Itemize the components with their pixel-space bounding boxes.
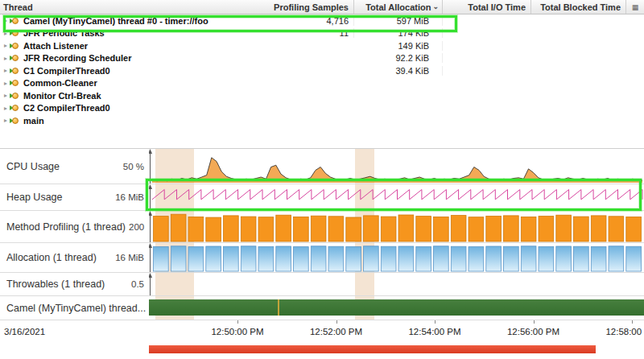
thread-cell: ▸ JFR Periodic Tasks: [0, 28, 258, 38]
allocation-cell: 92.2 KiB: [354, 53, 443, 63]
time-tick-label: 12:54:00 PM: [408, 327, 460, 336]
column-header-total-io-time[interactable]: Total I/O Time: [443, 0, 531, 14]
thread-table-row[interactable]: ▸ Common-Cleaner: [0, 77, 644, 90]
thread-activity-chart[interactable]: [149, 296, 644, 320]
thread-name: C1 CompilerThread0: [23, 66, 110, 76]
thread-activity-bar: [149, 299, 644, 316]
thread-activity-marker: [278, 299, 279, 316]
expand-arrow-icon[interactable]: ▸: [2, 30, 10, 37]
column-header-total-allocation[interactable]: Total Allocation ⌄: [354, 0, 443, 14]
thread-table-row[interactable]: ▸ C2 CompilerThread0: [0, 102, 644, 115]
thread-name: C2 CompilerThread0: [23, 103, 110, 113]
scrollbar-range[interactable]: [149, 345, 596, 353]
row-scale-label: 16 MiB: [112, 192, 144, 202]
thread-table-row[interactable]: ▸ Attach Listener 149 KiB: [0, 39, 644, 52]
thread-icon: [10, 43, 21, 49]
timeline-row-heap-usage: Heap Usage 16 MiB: [0, 184, 644, 211]
time-tick-label: 12:52:00 PM: [310, 327, 362, 336]
thread-name: Monitor Ctrl-Break: [23, 91, 101, 101]
thread-cell: ▸ C2 CompilerThread0: [0, 103, 258, 113]
expand-arrow-icon[interactable]: ▸: [2, 117, 10, 124]
expand-arrow-icon[interactable]: ▸: [2, 17, 10, 24]
thread-icon: [10, 55, 21, 61]
time-tick-mark: [435, 320, 436, 324]
row-title: Allocation (1 thread): [6, 252, 97, 263]
thread-icon: [10, 105, 21, 111]
axis-date: 3/16/2021: [4, 327, 45, 336]
method-profiling-chart[interactable]: [149, 211, 644, 242]
timeline-panel: CPU Usage 50 % Heap Usage 16 MiB Method …: [0, 148, 644, 353]
thread-table-row[interactable]: ▸ Camel (MyTinyCamel) thread #0 - timer:…: [0, 14, 644, 27]
time-tick-label: 12:56:00 PM: [507, 327, 559, 336]
thread-icon: [10, 80, 21, 86]
thread-cell: ▸ Monitor Ctrl-Break: [0, 91, 258, 101]
samples-cell: 11: [258, 28, 354, 38]
column-header-total-blocked-time[interactable]: Total Blocked Time: [531, 0, 626, 14]
allocation-chart[interactable]: [149, 243, 644, 272]
column-settings-icon[interactable]: ▦: [626, 0, 644, 14]
thread-name: Common-Cleaner: [23, 78, 97, 88]
expand-arrow-icon[interactable]: ▸: [2, 67, 10, 74]
expand-arrow-icon[interactable]: ▸: [2, 105, 10, 112]
time-ticks: 12:50:00 PM12:52:00 PM12:54:00 PM12:56:0…: [149, 320, 644, 341]
row-scale-label: 50 %: [120, 162, 144, 171]
allocation-cell: 174 KiB: [354, 28, 443, 38]
sort-desc-icon: ⌄: [432, 2, 439, 10]
thread-table: Thread Profiling Samples Total Allocatio…: [0, 0, 644, 135]
time-tick-mark: [336, 320, 337, 324]
timeline-row-label: Throwables (1 thread) 0.5: [0, 273, 149, 295]
timeline-row-allocation: Allocation (1 thread) 16 MiB: [0, 243, 644, 273]
timeline-row-method-profiling: Method Profiling (1 thread) 200: [0, 211, 644, 243]
profiler-window: Thread Profiling Samples Total Allocatio…: [0, 0, 644, 359]
allocation-cell: 39.4 KiB: [354, 66, 443, 76]
row-title: Throwables (1 thread): [6, 279, 105, 290]
row-scale-label: 16 MiB: [112, 253, 144, 262]
thread-icon: [10, 68, 21, 74]
thread-icon: [10, 30, 21, 36]
timeline-row-label: Heap Usage 16 MiB: [0, 184, 149, 210]
time-tick-label: 12:58:00 PM: [605, 327, 644, 336]
time-tick-mark: [534, 320, 535, 324]
expand-arrow-icon[interactable]: ▸: [2, 55, 10, 62]
column-header-total-allocation-label: Total Allocation: [365, 2, 431, 12]
thread-cell: ▸ JFR Recording Scheduler: [0, 53, 258, 63]
thread-icon: [10, 93, 21, 99]
thread-name: main: [23, 116, 44, 126]
column-header-thread[interactable]: Thread: [0, 0, 258, 14]
thread-cell: ▸ C1 CompilerThread0: [0, 66, 258, 76]
timeline-row-label: Method Profiling (1 thread) 200: [0, 211, 149, 242]
thread-cell: ▸ Attach Listener: [0, 41, 258, 51]
expand-arrow-icon[interactable]: ▸: [2, 80, 10, 87]
row-title: Method Profiling (1 thread): [6, 221, 126, 233]
thread-table-row[interactable]: ▸ Monitor Ctrl-Break: [0, 89, 644, 102]
thread-cell: ▸ main: [0, 116, 258, 126]
thread-table-row[interactable]: ▸ JFR Periodic Tasks 11 174 KiB: [0, 27, 644, 40]
row-title: Heap Usage: [6, 192, 63, 203]
expand-arrow-icon[interactable]: ▸: [2, 42, 10, 49]
timeline-row-throwables: Throwables (1 thread) 0.5: [0, 273, 644, 296]
allocation-cell: 597 MiB: [354, 16, 443, 26]
thread-cell: ▸ Common-Cleaner: [0, 78, 258, 88]
heap-usage-chart[interactable]: [149, 184, 644, 210]
table-header: Thread Profiling Samples Total Allocatio…: [0, 0, 644, 14]
timeline-scrollbar[interactable]: [0, 345, 644, 353]
expand-arrow-icon[interactable]: ▸: [2, 92, 10, 99]
samples-cell: 4,716: [258, 16, 354, 26]
timeline-row-camel-thread: Camel (MyTinyCamel) thread...: [0, 296, 644, 320]
thread-table-row[interactable]: ▸ C1 CompilerThread0 39.4 KiB: [0, 64, 644, 77]
thread-table-row[interactable]: ▸ main: [0, 114, 644, 127]
column-header-profiling-samples[interactable]: Profiling Samples: [258, 0, 354, 14]
row-scale-label: 200: [126, 222, 144, 232]
throwables-chart[interactable]: [149, 273, 644, 295]
row-title: Camel (MyTinyCamel) thread...: [6, 303, 146, 314]
thread-table-row[interactable]: ▸ JFR Recording Scheduler 92.2 KiB: [0, 52, 644, 65]
thread-icon: [10, 118, 21, 124]
cpu-usage-chart[interactable]: [149, 149, 644, 184]
row-title: CPU Usage: [6, 161, 60, 172]
time-tick-mark: [632, 320, 633, 324]
thread-name: JFR Recording Scheduler: [23, 53, 131, 63]
thread-icon: [10, 18, 21, 24]
time-tick-label: 12:50:00 PM: [211, 327, 263, 336]
time-tick-mark: [237, 320, 238, 324]
thread-name: Attach Listener: [23, 41, 88, 51]
